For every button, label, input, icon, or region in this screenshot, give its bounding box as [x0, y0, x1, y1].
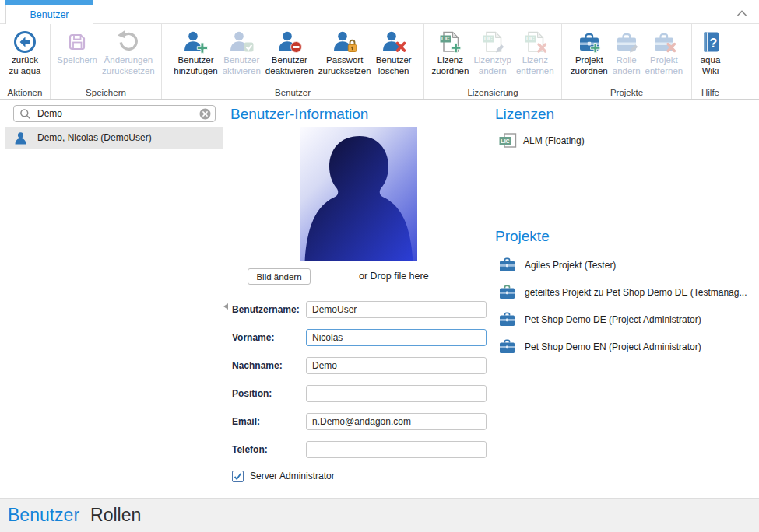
button-label: zu aqua	[9, 66, 41, 77]
button-label: Änderungen	[104, 55, 153, 66]
user-activate-icon	[229, 28, 254, 55]
button-label: zuordnen	[431, 66, 469, 77]
license-remove-icon: LIC	[522, 28, 547, 55]
field-label-nachname: Nachname:	[232, 357, 306, 374]
wiki-book-icon: ?	[698, 28, 723, 55]
button-label: Wiki	[702, 66, 719, 77]
remove-project-button[interactable]: Projekt entfernen	[643, 28, 686, 76]
avatar-image[interactable]	[300, 127, 417, 261]
deactivate-user-button[interactable]: Benutzer deaktivieren	[263, 28, 316, 76]
project-item[interactable]: Agiles Projekt (Tester)	[525, 260, 616, 271]
add-user-button[interactable]: Benutzer hinzufügen	[171, 28, 220, 76]
project-item[interactable]: Pet Shop Demo DE (Project Administrator)	[525, 314, 701, 325]
button-label: entfernen	[645, 66, 683, 77]
shared-project-briefcase-icon	[499, 285, 515, 299]
change-image-button[interactable]: Bild ändern	[248, 268, 311, 285]
user-add-icon	[183, 28, 208, 55]
button-label: entfernen	[516, 66, 554, 77]
license-item[interactable]: ALM (Floating)	[523, 135, 585, 146]
svg-text:LIC: LIC	[442, 36, 451, 41]
clear-search-icon[interactable]	[199, 108, 211, 120]
button-label: Lizenz	[522, 55, 548, 66]
chevron-up-icon	[736, 9, 747, 17]
ribbon-group-projekte: Projekt zuordnen Rolle ändern	[562, 24, 692, 99]
user-search-box	[13, 105, 216, 122]
button-label: hinzufügen	[174, 66, 217, 77]
page-title: Benutzer-Information	[230, 106, 368, 123]
ribbon-group-speichern: Speichern Änderungen zurücksetzen Speich…	[51, 24, 162, 99]
button-label: Passwort	[326, 55, 363, 66]
ribbon-group-caption: Lizensierung	[424, 88, 561, 97]
svg-text:LIC: LIC	[484, 36, 493, 41]
button-label: löschen	[378, 66, 409, 77]
project-item[interactable]: geteiltes Projekt zu Pet Shop Demo DE (T…	[525, 287, 747, 298]
save-floppy-icon	[65, 28, 90, 55]
field-label-telefon: Telefon:	[232, 441, 306, 458]
server-administrator-checkbox[interactable]	[232, 471, 244, 482]
ribbon-group-hilfe: ? aqua Wiki Hilfe	[692, 24, 729, 99]
project-item[interactable]: Pet Shop Demo EN (Project Administrator)	[525, 341, 701, 352]
reset-password-button[interactable]: Passwort zurücksetzen	[316, 28, 374, 76]
change-role-button[interactable]: Rolle ändern	[610, 28, 643, 76]
button-label: Projekt	[575, 55, 603, 66]
licenses-title: Lizenzen	[495, 106, 554, 123]
search-icon	[19, 108, 31, 120]
email-field[interactable]	[306, 413, 487, 430]
ribbon-group-caption: Aktionen	[0, 88, 50, 97]
license-edit-icon: LIC	[480, 28, 505, 55]
server-administrator-label: Server Administrator	[250, 470, 335, 483]
nachname-field[interactable]	[306, 357, 487, 374]
position-field[interactable]	[306, 385, 487, 402]
back-to-aqua-button[interactable]: zurück zu aqua	[7, 28, 44, 76]
ribbon-tab-benutzer[interactable]: Benutzer	[5, 5, 93, 24]
project-add-icon	[577, 28, 602, 55]
ribbon-group-caption: Speichern	[51, 88, 161, 97]
user-list-item-label: Demo, Nicolas (DemoUser)	[37, 132, 152, 143]
password-lock-icon	[332, 28, 357, 55]
user-list-item-selected[interactable]: Demo, Nicolas (DemoUser)	[5, 127, 223, 149]
projects-title: Projekte	[495, 228, 550, 245]
field-label-email: Email:	[232, 413, 306, 430]
field-label-benutzername: Benutzername:	[232, 301, 306, 318]
license-add-icon: LIC	[437, 28, 462, 55]
search-input[interactable]	[36, 107, 199, 120]
button-label: ändern	[479, 66, 507, 77]
project-briefcase-icon	[499, 339, 515, 354]
button-label: zurück	[12, 55, 38, 66]
save-button[interactable]: Speichern	[54, 28, 100, 66]
button-label: zurücksetzen	[102, 66, 155, 77]
field-label-vorname: Vorname:	[232, 329, 306, 346]
ribbon-group-aktionen: zurück zu aqua Aktionen	[0, 24, 51, 99]
button-label: Rolle	[617, 55, 637, 66]
aqua-wiki-button[interactable]: ? aqua Wiki	[696, 28, 726, 76]
activate-user-button[interactable]: Benutzer aktivieren	[220, 28, 263, 76]
user-deactivate-icon	[277, 28, 302, 55]
ribbon-group-benutzer: Benutzer hinzufügen Benutzer aktivieren	[162, 24, 424, 99]
button-label: Benutzer	[272, 55, 307, 66]
svg-text:LIC: LIC	[501, 138, 509, 144]
vorname-field[interactable]	[306, 329, 487, 346]
assign-license-button[interactable]: LIC Lizenz zuordnen	[429, 28, 471, 76]
back-arrow-icon	[12, 28, 37, 55]
ribbon-collapse-button[interactable]	[736, 6, 747, 14]
delete-user-button[interactable]: Benutzer löschen	[374, 28, 414, 76]
remove-license-button[interactable]: LIC Lizenz entfernen	[514, 28, 557, 76]
field-collapse-marker-icon	[223, 303, 228, 310]
svg-text:?: ?	[709, 36, 717, 49]
change-license-type-button[interactable]: LIC Lizenztyp ändern	[471, 28, 514, 76]
button-label: Benutzer	[223, 55, 259, 66]
project-briefcase-icon	[499, 312, 515, 327]
button-label: zuordnen	[571, 66, 608, 77]
footer-tab-benutzer[interactable]: Benutzer	[8, 505, 79, 526]
project-remove-icon	[652, 28, 676, 55]
role-edit-icon	[614, 28, 639, 55]
button-label: aqua	[701, 55, 721, 66]
benutzername-field[interactable]	[306, 301, 487, 318]
telefon-field[interactable]	[306, 441, 487, 458]
footer-tab-rollen[interactable]: Rollen	[90, 505, 141, 526]
drop-file-hint: or Drop file here	[359, 271, 429, 282]
reset-changes-button[interactable]: Änderungen zurücksetzen	[100, 28, 157, 76]
button-label: ändern	[613, 66, 641, 77]
assign-project-button[interactable]: Projekt zuordnen	[568, 28, 610, 76]
button-label: Projekt	[650, 55, 678, 66]
